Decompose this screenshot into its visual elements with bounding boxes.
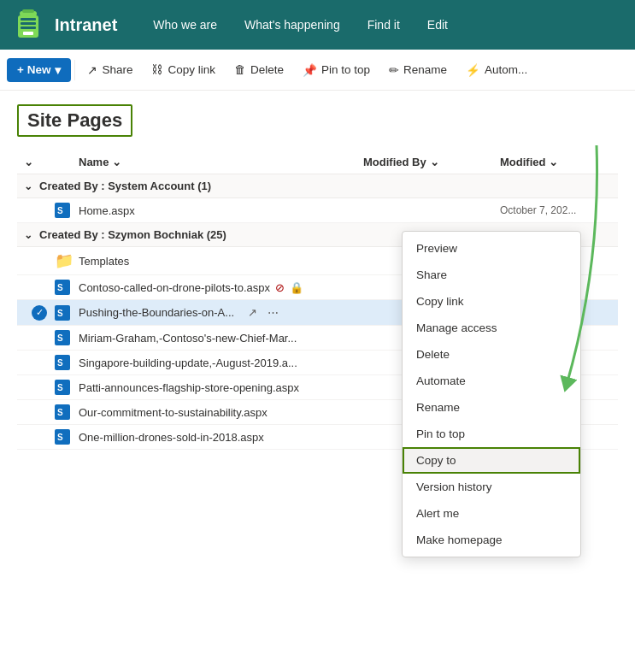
nav-links: Who we are What's happening Find it Edit	[141, 11, 625, 38]
sharepoint-file-icon: S	[55, 429, 70, 445]
sharepoint-file-icon: S	[55, 305, 70, 321]
group-system-account: ⌄ Created By : System Account (1)	[17, 174, 618, 198]
file-name-cell: Templates	[79, 255, 363, 268]
file-name-cell: Our-commitment-to-sustainability.aspx	[79, 406, 363, 419]
delete-label: Delete	[250, 63, 284, 76]
copylink-label: Copy link	[168, 63, 215, 76]
icon-cell: S	[55, 280, 79, 295]
svg-text:S: S	[57, 408, 63, 417]
modby-col-label: Modified By	[363, 156, 426, 168]
pin-icon: 📌	[303, 63, 317, 77]
nav-who-we-are[interactable]: Who we are	[141, 11, 229, 38]
sharepoint-file-icon: S	[55, 404, 70, 420]
svg-text:S: S	[57, 358, 63, 368]
file-name: Home.aspx	[79, 204, 135, 217]
file-name: Patti-announces-flagship-store-opening.a…	[79, 381, 299, 394]
check-cell[interactable]: ✓	[24, 305, 55, 321]
ctx-rename-label: Rename	[416, 401, 460, 414]
ctx-make-homepage[interactable]: Make homepage	[403, 527, 580, 553]
header-check[interactable]: ⌄	[24, 156, 55, 168]
ctx-alert-me[interactable]: Alert me	[403, 500, 580, 527]
header-chevron-icon: ⌄	[24, 156, 33, 168]
group2-chevron-icon[interactable]: ⌄	[24, 229, 32, 241]
ctx-copylink[interactable]: Copy link	[403, 288, 580, 315]
ctx-delete[interactable]: Delete	[403, 341, 580, 368]
share-button[interactable]: ↗ Share	[79, 58, 141, 82]
file-row[interactable]: S Home.aspx October 7, 202...	[17, 198, 618, 223]
share-inline-button[interactable]: ↗	[244, 304, 261, 321]
ctx-copylink-label: Copy link	[416, 295, 464, 308]
file-name: Miriam-Graham,-Contoso's-new-Chief-Mar..…	[79, 332, 297, 345]
automate-button[interactable]: ⚡ Autom...	[457, 58, 536, 82]
ctx-make-homepage-label: Make homepage	[416, 533, 503, 546]
header-modified-col[interactable]: Modified ⌄	[500, 156, 611, 168]
file-name: Contoso-called-on-drone-pilots-to.aspx	[79, 281, 270, 294]
automate-label: Autom...	[485, 63, 527, 76]
warning-badge-icon: 🔒	[290, 281, 303, 294]
icon-cell: S	[55, 380, 79, 395]
ctx-pin-to-top[interactable]: Pin to top	[403, 421, 580, 447]
ctx-manage-access-label: Manage access	[416, 321, 497, 334]
copylink-button[interactable]: ⛓ Copy link	[143, 58, 224, 81]
modified-col-label: Modified	[500, 156, 545, 168]
more-inline-button[interactable]: ⋯	[264, 304, 282, 321]
icon-cell: S	[55, 305, 79, 321]
svg-text:S: S	[57, 283, 63, 292]
file-name: Templates	[79, 255, 129, 268]
inline-actions: ↗ ⋯	[244, 304, 282, 321]
modby-sort-icon: ⌄	[430, 156, 439, 168]
group2-label: Created By : Szymon Bochniak (25)	[39, 228, 226, 241]
ctx-automate[interactable]: Automate ›	[403, 368, 580, 394]
new-button-label: + New	[17, 63, 50, 76]
app-title: Intranet	[55, 15, 117, 35]
ctx-version-history[interactable]: Version history	[403, 474, 580, 500]
share-icon: ↗	[87, 63, 97, 77]
toolbar-divider-1	[74, 60, 75, 80]
icon-cell: S	[55, 330, 79, 345]
ctx-pin-to-top-label: Pin to top	[416, 427, 465, 440]
svg-rect-6	[23, 32, 33, 35]
ctx-manage-access[interactable]: Manage access	[403, 315, 580, 341]
app-logo	[10, 7, 46, 43]
sharepoint-file-icon: S	[55, 330, 70, 345]
ctx-rename[interactable]: Rename	[403, 394, 580, 421]
rename-icon: ✏	[389, 63, 399, 77]
ctx-share[interactable]: Share	[403, 262, 580, 288]
sharepoint-file-icon: S	[55, 203, 70, 218]
name-sort-icon: ⌄	[112, 156, 121, 168]
ctx-delete-label: Delete	[416, 348, 450, 361]
delete-button[interactable]: 🗑 Delete	[226, 58, 292, 81]
page-title: Site Pages	[17, 104, 132, 137]
folder-icon: 📁	[55, 251, 73, 270]
ctx-preview[interactable]: Preview	[403, 235, 580, 262]
nav-edit[interactable]: Edit	[415, 11, 460, 38]
sharepoint-file-icon: S	[55, 280, 70, 295]
group-chevron-icon[interactable]: ⌄	[24, 180, 32, 192]
nav-find-it[interactable]: Find it	[356, 11, 412, 38]
file-name: Pushing-the-Boundaries-on-A...	[79, 306, 234, 319]
header-modby-col[interactable]: Modified By ⌄	[363, 156, 500, 168]
delete-icon: 🗑	[234, 63, 246, 76]
new-dropdown-icon: ▾	[55, 63, 61, 77]
context-menu: Preview Share Copy link Manage access De…	[402, 231, 581, 557]
rename-button[interactable]: ✏ Rename	[380, 58, 456, 82]
new-button[interactable]: + New ▾	[7, 58, 71, 82]
sharepoint-file-icon: S	[55, 355, 70, 370]
ctx-automate-label: Automate	[416, 374, 466, 387]
svg-rect-4	[21, 22, 36, 25]
file-name: One-million-drones-sold-in-2018.aspx	[79, 431, 264, 444]
icon-cell: S	[55, 404, 79, 420]
file-name-cell: Singapore-building-update,-August-2019.a…	[79, 357, 363, 369]
ctx-preview-label: Preview	[416, 242, 457, 255]
nav-whats-happening[interactable]: What's happening	[232, 11, 352, 38]
svg-text:S: S	[57, 383, 63, 392]
pin-button[interactable]: 📌 Pin to top	[294, 58, 379, 82]
file-name-cell: One-million-drones-sold-in-2018.aspx	[79, 431, 363, 444]
sharepoint-file-icon: S	[55, 380, 70, 395]
icon-cell: S	[55, 203, 79, 218]
ctx-copy-to[interactable]: Copy to	[403, 447, 580, 474]
header-name-col[interactable]: Name ⌄	[79, 156, 363, 168]
icon-cell: S	[55, 429, 79, 445]
svg-text:S: S	[57, 333, 63, 343]
error-badge-icon: ⊘	[275, 281, 285, 294]
